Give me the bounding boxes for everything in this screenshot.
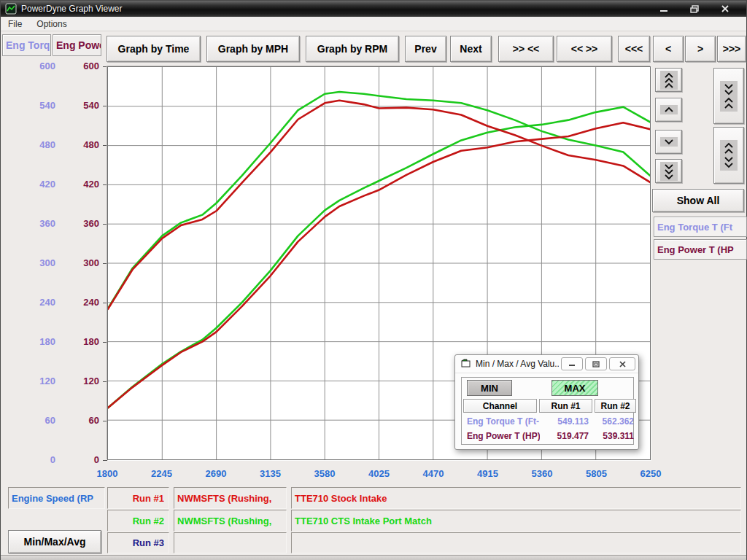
x-tick-label: 4025 [356,468,403,479]
x-tick-label: 3135 [247,468,294,479]
minmax-run1-value: 519.477 [539,431,589,441]
minimize-button[interactable] [653,3,675,15]
show-all-button[interactable]: Show All [652,189,744,212]
minmaxavg-button[interactable]: Min/Max/Avg [8,530,101,553]
y-tick-torque: 600 [1,61,55,71]
x-axis-channel-box[interactable]: Engine Speed (RP [8,487,105,509]
run-label-1[interactable]: Run #1 [107,487,169,509]
powerdyne-window: PowerDyne Graph Viewer File Options Eng … [0,0,747,560]
y-tick-power: 420 [59,179,99,190]
toolbar-button-[interactable]: << >> [557,36,612,62]
y-tick-torque: 540 [1,100,55,111]
y-tick-power: 360 [59,218,99,229]
title-bar[interactable]: PowerDyne Graph Viewer [1,1,746,17]
window-bottom-edge [1,555,746,560]
minmax-window-icon [461,359,471,370]
max-toggle-button[interactable]: MAX [551,380,598,396]
y-tick-torque: 300 [1,257,55,268]
x-tick-label: 6250 [627,468,674,479]
y-scroll-down-button[interactable] [655,130,682,154]
minmax-restore-button[interactable] [585,357,607,370]
x-tick-label: 1800 [84,468,131,479]
triple-chevron-down-icon [660,162,678,181]
tab-eng-power-label: Eng Powe [56,39,101,51]
y-zoom-in-button[interactable] [713,68,744,124]
chevrons-inward-icon [720,81,738,112]
minmax-run1-value: 549.113 [539,416,589,427]
tab-eng-power[interactable]: Eng Powe [53,34,101,56]
y-tick-power: 480 [59,139,99,150]
toolbar-button-[interactable]: >> << [498,36,554,62]
y-tick-torque: 60 [1,415,55,426]
y-tick-mark [103,460,107,461]
minmax-run2-value: 539.311 [595,431,634,441]
y-tick-power: 540 [59,100,99,111]
app-icon [5,3,17,15]
minmax-channel-name: Eng Torque T (Ft- [467,416,540,427]
minmax-window-title: Min / Max / Avg Valu... [476,359,559,369]
minmax-minimize-button[interactable] [561,357,583,370]
y-tick-torque: 120 [1,376,55,386]
toolbar-button-graph-by-mph[interactable]: Graph by MPH [206,36,300,62]
x-tick-label: 5360 [519,468,565,479]
minmax-col-run2: Run #2 [595,399,636,413]
y-tick-torque: 360 [1,218,55,229]
y-zoom-out-button[interactable] [713,127,744,184]
x-tick-label: 2690 [193,468,239,479]
minmax-col-channel: Channel [463,399,537,413]
run-title-1[interactable]: TTE710 Stock Intake [291,487,741,509]
y-scroll-bottom-button[interactable] [655,159,682,183]
run-title-3[interactable] [291,532,741,553]
run-desc-3[interactable] [174,532,287,553]
triple-chevron-up-icon [660,71,678,90]
y-tick-power: 0 [59,454,99,465]
run-desc-2[interactable]: NWMSFTS (Rushing, [174,510,287,532]
toolbar-button-[interactable]: > [685,36,716,62]
y-tick-power: 180 [59,336,99,347]
restore-button[interactable] [684,3,705,15]
run-label-3[interactable]: Run #3 [107,532,169,553]
run-desc-1[interactable]: NWMSFTS (Rushing, [174,487,287,509]
toolbar-button-[interactable]: <<< [618,36,650,62]
run-title-2[interactable]: TTE710 CTS Intake Port Match [291,510,741,532]
chevron-up-icon [660,105,678,114]
toolbar-button-graph-by-rpm[interactable]: Graph by RPM [306,36,399,62]
x-tick-label: 3580 [301,468,348,479]
tab-eng-torque[interactable]: Eng Torq [2,34,51,56]
close-button[interactable] [714,3,736,15]
y-scroll-up-button[interactable] [655,98,682,122]
toolbar-button-graph-by-time[interactable]: Graph by Time [107,36,201,62]
menu-options[interactable]: Options [29,18,74,31]
minmax-run2-value: 562.362 [595,416,634,427]
toolbar-button-[interactable]: >>> [717,36,746,62]
y-tick-torque: 0 [1,454,55,465]
y-tick-power: 600 [59,61,99,71]
run-label-2[interactable]: Run #2 [107,510,169,532]
toolbar-button-[interactable]: < [653,36,684,62]
minmax-window[interactable]: Min / Max / Avg Valu... MIN MAX Channel … [454,354,639,450]
menu-bar: File Options [1,17,746,31]
y-tick-torque: 420 [1,179,55,190]
tab-eng-torque-label: Eng Torq [6,39,50,51]
toolbar-button-next[interactable]: Next [450,36,492,62]
x-tick-label: 5805 [573,468,620,479]
minmax-channel-name: Eng Power T (HP) [467,431,540,441]
chevron-down-icon [660,137,678,147]
y-tick-power: 300 [59,257,99,268]
y-tick-torque: 480 [1,139,55,150]
x-tick-label: 4915 [465,468,511,479]
y-tick-power: 60 [59,415,99,426]
toolbar-button-prev[interactable]: Prev [405,36,446,62]
menu-file[interactable]: File [1,18,29,31]
channel-label-power[interactable]: Eng Power T (HP [654,239,747,260]
y-scroll-top-button[interactable] [655,68,682,92]
x-tick-label: 4470 [410,468,457,479]
y-tick-torque: 180 [1,336,55,347]
minmax-title-bar[interactable]: Min / Max / Avg Valu... [455,355,638,373]
channel-label-torque[interactable]: Eng Torque T (Ft [654,217,747,237]
minmax-col-run1: Run #1 [539,399,592,413]
min-toggle-button[interactable]: MIN [467,380,512,396]
minmax-close-button[interactable] [609,357,635,370]
x-tick-label: 2245 [139,468,185,479]
y-tick-power: 120 [59,376,99,386]
